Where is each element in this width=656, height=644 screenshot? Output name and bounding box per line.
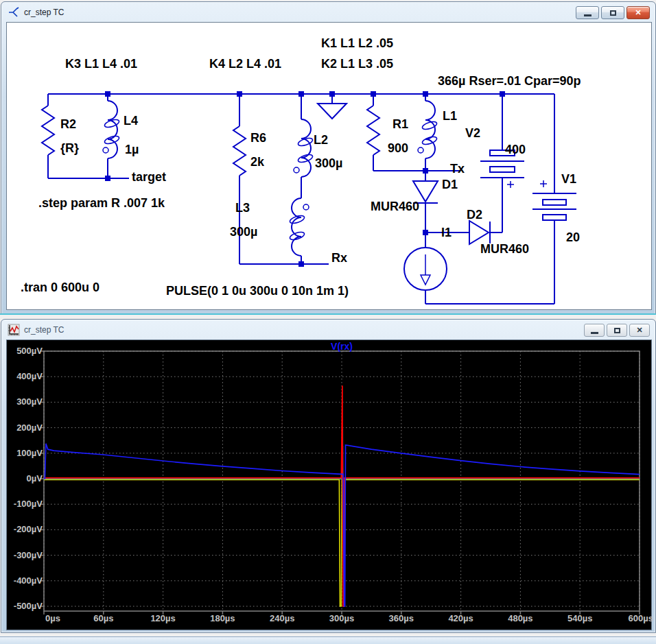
- directive-k3[interactable]: K3 L1 L4 .01: [65, 57, 137, 71]
- close-button[interactable]: ✕: [626, 6, 650, 19]
- diode-D2[interactable]: [469, 221, 490, 244]
- waveform-window-titlebar[interactable]: cr_step TC ✕: [1, 320, 655, 339]
- v1-name-label[interactable]: V1: [561, 172, 576, 186]
- v2-value-label[interactable]: 400: [505, 143, 526, 156]
- tran-directive[interactable]: .tran 0 600u 0: [21, 281, 99, 294]
- maximize-icon: [610, 10, 616, 16]
- inductor-L4[interactable]: [103, 101, 120, 158]
- maximize-icon: [614, 328, 620, 333]
- resistor-R2[interactable]: [42, 106, 54, 155]
- l2-name-label[interactable]: L2: [314, 133, 328, 147]
- v1-value-label[interactable]: 20: [566, 230, 580, 244]
- net-label-tx[interactable]: Tx: [450, 162, 465, 176]
- x-tick-label: 360µs: [377, 613, 425, 623]
- minimize-icon: [591, 332, 598, 334]
- directive-k4[interactable]: K4 L2 L4 .01: [209, 57, 281, 71]
- r1-name-label[interactable]: R1: [393, 117, 408, 131]
- y-tick-label: -300µV: [8, 550, 43, 561]
- l1-name-label[interactable]: L1: [443, 109, 457, 123]
- waveform-window: cr_step TC ✕ V(rx) 500µV400µV300µV200µV1…: [1, 319, 656, 633]
- r6-name-label[interactable]: R6: [250, 131, 266, 145]
- x-tick-label: 540µs: [556, 613, 604, 623]
- x-tick-label: 480µs: [496, 613, 544, 623]
- trace-yellow-run[interactable]: [44, 480, 640, 607]
- y-tick-label: -500µV: [8, 601, 43, 612]
- schematic-window: cr_step TC ✕: [1, 1, 656, 315]
- x-tick-label: 420µs: [437, 613, 485, 623]
- y-tick-label: 100µV: [8, 448, 43, 459]
- resistor-R6[interactable]: [233, 126, 246, 176]
- minimize-icon: [584, 14, 591, 16]
- background-window-strip: [0, 636, 656, 644]
- ground-symbol[interactable]: [318, 104, 347, 119]
- x-tick-label: 60µs: [80, 613, 128, 623]
- i1-name-label[interactable]: I1: [441, 226, 452, 239]
- r6-value-label[interactable]: 2k: [250, 155, 265, 169]
- x-tick-label: 180µs: [198, 613, 246, 623]
- y-tick-label: 300µV: [8, 396, 43, 407]
- schematic-drawing[interactable]: K1 L1 L2 .05 K3 L1 L4 .01 K4 L2 L4 .01 K…: [7, 23, 651, 309]
- x-tick-label: 300µs: [318, 613, 366, 623]
- close-icon: ✕: [635, 9, 641, 16]
- y-tick-label: -400µV: [8, 575, 43, 586]
- y-tick-label: 400µV: [8, 371, 43, 382]
- d2-name-label[interactable]: D2: [467, 208, 482, 222]
- close-icon: ✕: [636, 326, 642, 334]
- maximize-button[interactable]: [607, 324, 627, 337]
- pulse-directive[interactable]: PULSE(0 1 0u 300u 0 10n 1m 1): [166, 284, 349, 298]
- inductor-L1[interactable]: [418, 101, 438, 158]
- desktop: cr_step TC ✕: [0, 0, 656, 644]
- waveform-plot[interactable]: [7, 340, 651, 628]
- maximize-button[interactable]: [601, 6, 624, 19]
- r1-value-label[interactable]: 900: [388, 141, 408, 155]
- minimize-button[interactable]: [576, 6, 599, 19]
- l2-value-label[interactable]: 300µ: [315, 156, 342, 170]
- directive-k2[interactable]: K2 L1 L3 .05: [321, 57, 393, 71]
- resistor-R1[interactable]: [367, 106, 379, 155]
- net-label-target[interactable]: target: [132, 170, 166, 184]
- window-title: cr_step TC: [24, 8, 64, 17]
- l3-value-label[interactable]: 300µ: [230, 225, 257, 239]
- x-tick-label: 240µs: [258, 613, 306, 623]
- y-tick-label: 0µV: [8, 473, 43, 484]
- schematic-icon: [8, 6, 20, 19]
- inductor-L3[interactable]: [289, 198, 309, 256]
- l1-params-label[interactable]: 366µ Rser=.01 Cpar=90p: [438, 74, 581, 88]
- l3-name-label[interactable]: L3: [235, 201, 250, 215]
- d1-value-label[interactable]: MUR460: [371, 200, 419, 213]
- minimize-button[interactable]: [584, 324, 605, 337]
- current-source-I1[interactable]: [404, 248, 447, 290]
- window-edge-highlight: [0, 313, 656, 315]
- x-tick-label: 600µs: [604, 613, 653, 623]
- inductor-L2[interactable]: [294, 119, 314, 177]
- y-tick-label: -200µV: [8, 524, 43, 535]
- v2-name-label[interactable]: V2: [465, 126, 480, 140]
- l4-name-label[interactable]: L4: [124, 114, 138, 128]
- window-title: cr_step TC: [24, 325, 64, 335]
- r2-name-label[interactable]: R2: [60, 117, 76, 131]
- r2-value-label[interactable]: {R}: [60, 141, 79, 155]
- y-tick-label: 200µV: [8, 422, 43, 433]
- schematic-canvas[interactable]: K1 L1 L2 .05 K3 L1 L4 .01 K4 L2 L4 .01 K…: [6, 22, 652, 310]
- waveform-pane[interactable]: V(rx) 500µV400µV300µV200µV100µV0µV-100µV…: [6, 339, 652, 630]
- l4-value-label[interactable]: 1µ: [125, 143, 139, 156]
- d1-name-label[interactable]: D1: [442, 178, 458, 191]
- arrow-icon: [421, 275, 430, 285]
- close-button[interactable]: ✕: [629, 324, 650, 337]
- step-directive[interactable]: .step param R .007 1k: [38, 196, 165, 210]
- d2-value-label[interactable]: MUR460: [480, 242, 529, 256]
- trace-title[interactable]: V(rx): [314, 341, 369, 352]
- directive-k1[interactable]: K1 L1 L2 .05: [321, 36, 393, 50]
- schematic-window-titlebar[interactable]: cr_step TC ✕: [1, 2, 655, 22]
- y-tick-label: 500µV: [8, 346, 43, 357]
- net-label-rx[interactable]: Rx: [331, 251, 347, 265]
- y-tick-label: -100µV: [8, 499, 43, 510]
- x-tick-label: 120µs: [139, 613, 187, 623]
- waveform-icon: [8, 324, 20, 336]
- plus-sign: [507, 181, 514, 188]
- plus-sign: [540, 180, 547, 187]
